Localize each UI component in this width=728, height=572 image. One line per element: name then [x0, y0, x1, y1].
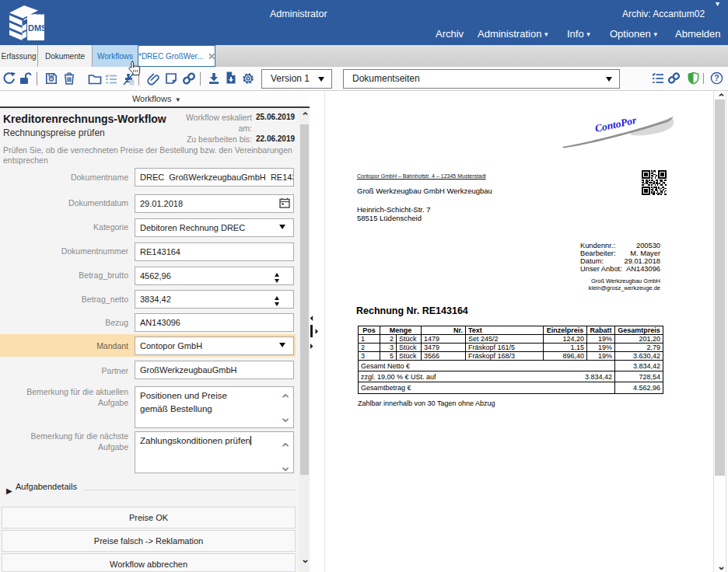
svg-text:DMS: DMS	[28, 23, 46, 33]
svg-text:?: ?	[714, 74, 719, 82]
